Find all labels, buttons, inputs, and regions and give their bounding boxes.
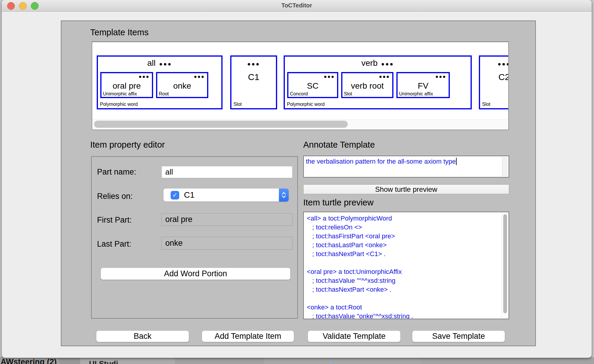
part-type-label: Unimorphic affix <box>399 91 433 97</box>
bg-segment <box>421 357 594 364</box>
word-part-oral-pre[interactable]: ●●● oral pre Unimorphic affix <box>100 72 153 98</box>
part-name: SC <box>288 81 337 91</box>
toct-editor-window: ToCTeditor Template Items all●●● ●●● ora… <box>2 0 592 358</box>
last-part-label: Last Part: <box>97 240 131 249</box>
property-editor-heading: Item property editor <box>90 140 165 150</box>
annotation-textarea[interactable]: the verbalisation pattern for the all-so… <box>303 156 509 178</box>
first-part-label: First Part: <box>97 215 132 225</box>
template-items-heading: Template Items <box>90 28 149 37</box>
template-item-title: all●●● <box>98 58 221 68</box>
word-part-fv[interactable]: ●●● FV Unimorphic affix <box>396 72 450 98</box>
annotation-text: the verbalisation pattern for the all-so… <box>306 158 457 165</box>
last-part-field: onke <box>161 237 293 250</box>
back-button[interactable]: Back <box>96 331 189 342</box>
show-turtle-preview-button[interactable]: Show turtle preview <box>303 184 509 194</box>
drag-handle-icon[interactable]: ●●● <box>435 74 446 80</box>
item-parts: ●●● oral pre Unimorphic affix ●●● onke R… <box>100 72 208 98</box>
item-parts: ●●● SC Concord ●●● verb root Slot ●●● FV <box>287 72 450 98</box>
dropdown-stepper-icon[interactable] <box>279 189 289 202</box>
word-part-onke[interactable]: ●●● onke Root <box>156 72 208 98</box>
titlebar: ToCTeditor <box>2 0 592 12</box>
vertical-scrollbar[interactable] <box>501 213 508 318</box>
part-name: FV <box>398 81 449 91</box>
bg-segment <box>264 357 421 364</box>
turtle-code: <all> a toct:PolymorphicWord ; toct:reli… <box>304 212 509 319</box>
template-item-title: verb●●● <box>285 58 471 68</box>
drag-handle-icon[interactable]: ●●● <box>381 61 394 67</box>
part-type-label: Concord <box>290 91 308 97</box>
add-template-item-button[interactable]: Add Template Item <box>202 331 294 342</box>
drag-handle-icon[interactable]: ●●● <box>379 74 390 80</box>
template-item-verb[interactable]: verb●●● ●●● SC Concord ●●● verb root Slo… <box>284 55 472 109</box>
part-name: onke <box>157 81 207 91</box>
bg-segment <box>59 357 80 364</box>
drag-handle-icon[interactable]: ●●● <box>139 74 150 80</box>
scrollbar-thumb[interactable] <box>94 121 348 128</box>
background-item-label: AWsteering (2) <box>1 357 57 364</box>
item-name: C1 <box>231 72 276 82</box>
background-window-strip: AWsteering (2) UI Studi ▲ <box>0 357 594 364</box>
turtle-preview-heading: Item turtle preview <box>303 198 374 207</box>
item-name: verb <box>361 58 377 68</box>
item-name: C2 <box>480 72 509 82</box>
template-item-c2[interactable]: ●●● C2 Slot <box>479 55 509 109</box>
item-type-label: Slot <box>482 102 490 107</box>
window-title: ToCTeditor <box>2 2 592 9</box>
relies-on-value: C1 <box>184 190 195 200</box>
validate-template-button[interactable]: Validate Template <box>308 331 401 342</box>
scrollbar-thumb[interactable] <box>503 214 507 313</box>
template-item-c1[interactable]: ●●● C1 Slot <box>230 55 277 109</box>
drag-handle-icon[interactable]: ●●● <box>324 74 335 80</box>
part-type-label: Slot <box>344 91 352 97</box>
chevron-up-down-icon <box>281 191 286 199</box>
first-part-field: oral pre <box>161 213 293 226</box>
turtle-preview-area[interactable]: <all> a toct:PolymorphicWord ; toct:reli… <box>303 212 509 319</box>
background-item-label: UI Studi <box>89 359 118 364</box>
part-name: oral pre <box>101 81 152 91</box>
screen: AWsteering (2) UI Studi ▲ ToCTeditor Tem… <box>0 0 594 364</box>
annotate-template-heading: Annotate Template <box>303 140 375 150</box>
relies-on-label: Relies on: <box>97 192 133 201</box>
part-type-label: Root <box>159 91 169 97</box>
template-item-all[interactable]: all●●● ●●● oral pre Unimorphic affix ●●●… <box>97 55 223 109</box>
add-word-portion-button[interactable]: Add Word Portion <box>101 268 290 280</box>
part-name-label: Part name: <box>97 167 136 177</box>
drag-handle-icon[interactable]: ●●● <box>194 74 205 80</box>
word-part-sc[interactable]: ●●● SC Concord <box>287 72 338 98</box>
text-cursor <box>456 158 457 165</box>
background-blue-icon: ▲ <box>329 360 335 364</box>
annotation-text-value: the verbalisation pattern for the all-so… <box>306 158 456 165</box>
item-type-label: Polymorphic word <box>100 102 138 107</box>
horizontal-scrollbar[interactable] <box>93 119 508 129</box>
item-name: all <box>147 58 155 68</box>
template-items-scroll-area[interactable]: all●●● ●●● oral pre Unimorphic affix ●●●… <box>92 41 509 130</box>
word-part-verb-root[interactable]: ●●● verb root Slot <box>341 72 393 98</box>
editor-panel: Template Items all●●● ●●● oral pre Unimo… <box>61 20 536 346</box>
relies-on-dropdown[interactable]: ✓ C1 <box>163 189 289 202</box>
item-type-label: Polymorphic word <box>287 102 325 107</box>
property-editor-group: Part name: Relies on: ✓ C1 First Part: o… <box>91 156 298 319</box>
vertical-scrollbar[interactable] <box>502 157 508 176</box>
part-name-input[interactable] <box>161 166 293 178</box>
item-type-label: Slot <box>234 102 242 107</box>
part-type-label: Unimorphic affix <box>103 91 137 97</box>
save-template-button[interactable]: Save Template <box>412 331 505 342</box>
bg-segment <box>175 357 264 364</box>
part-name: verb root <box>342 81 392 91</box>
drag-handle-icon[interactable]: ●●● <box>480 61 509 67</box>
drag-handle-icon[interactable]: ●●● <box>231 61 276 67</box>
checkbox-checked-icon[interactable]: ✓ <box>171 191 179 199</box>
drag-handle-icon[interactable]: ●●● <box>159 61 172 67</box>
